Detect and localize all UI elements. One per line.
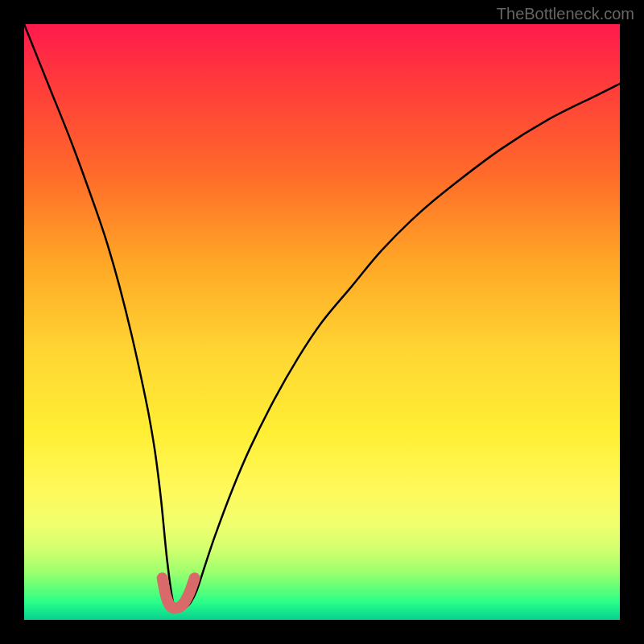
curve-svg [24, 24, 620, 620]
watermark-text: TheBottleneck.com [497, 5, 634, 23]
chart-frame: TheBottleneck.com [0, 0, 644, 644]
bottleneck-curve [24, 24, 620, 609]
bottleneck-min-highlight [163, 578, 195, 608]
plot-area [24, 24, 620, 620]
